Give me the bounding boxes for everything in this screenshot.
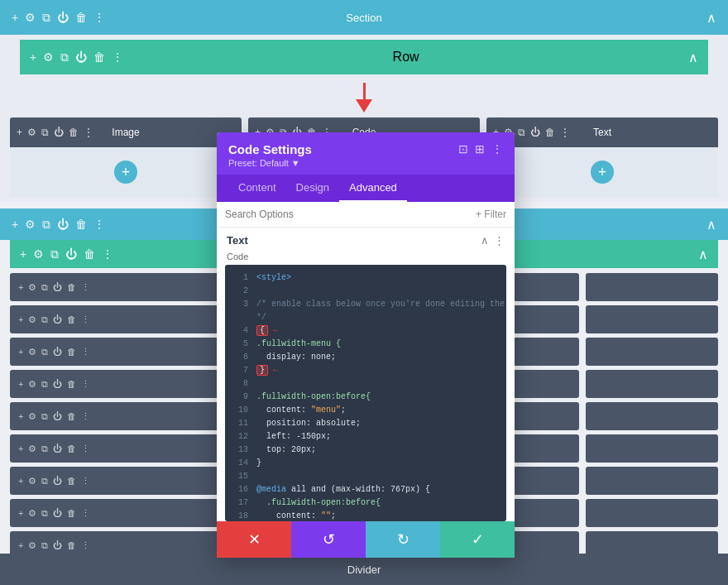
row-dots-icon[interactable]: ⋮	[112, 50, 123, 64]
stub-4	[586, 370, 718, 398]
lr-power-icon[interactable]: ⏻	[65, 247, 77, 261]
filter-button[interactable]: + Filter	[476, 209, 506, 220]
text-dots-icon[interactable]: ⋮	[560, 127, 570, 138]
lr-trash-icon[interactable]: 🗑	[84, 247, 95, 261]
row-trash-icon[interactable]: 🗑	[93, 50, 105, 64]
ls-dots-icon[interactable]: ⋮	[93, 218, 105, 231]
lr-gear-icon[interactable]: ⚙	[33, 247, 44, 261]
image-col-title: Image	[112, 127, 139, 138]
modal-section-icons: ∧ ⋮	[481, 234, 505, 247]
undo-button[interactable]: ↺	[291, 521, 366, 558]
text-copy-icon[interactable]: ⧉	[518, 127, 525, 138]
code-line-8: 8	[225, 377, 506, 391]
code-line-7: 7 }←	[225, 364, 506, 377]
img-trash-icon[interactable]: 🗑	[69, 127, 79, 138]
lower-section-collapse-btn[interactable]: ∧	[706, 217, 716, 233]
tab-design[interactable]: Design	[286, 175, 339, 202]
stub-6	[586, 434, 718, 463]
text-power-icon[interactable]: ⏻	[530, 127, 540, 138]
lower-rows-right	[586, 273, 718, 559]
tab-advanced[interactable]: Advanced	[339, 175, 407, 202]
row-plus-icon[interactable]: +	[30, 50, 36, 64]
lower-row-collapse-btn[interactable]: ∧	[698, 247, 708, 262]
arrow-shaft	[363, 83, 366, 99]
row-power-icon[interactable]: ⏻	[75, 50, 87, 64]
code-line-11: 11 position: absolute;	[225, 417, 506, 430]
divider-label: Divider	[347, 563, 381, 576]
image-column-content: +	[10, 147, 242, 197]
code-line-14: 14 }	[225, 457, 506, 470]
ls-trash-icon[interactable]: 🗑	[75, 218, 87, 231]
stub-2	[586, 305, 718, 333]
modal-preset[interactable]: Preset: Default ▼	[228, 158, 312, 168]
img-dots-icon[interactable]: ⋮	[84, 127, 93, 138]
code-editor[interactable]: 1 <style> 2 3 /* enable class below once…	[225, 265, 506, 521]
red-arrow-container	[10, 79, 718, 114]
power-icon[interactable]: ⏻	[57, 11, 69, 24]
row-bar-left-icons: + ⚙ ⧉ ⏻ 🗑 ⋮	[30, 50, 123, 65]
modal-section-header: Text ∧ ⋮	[217, 228, 515, 250]
row-bar: + ⚙ ⧉ ⏻ 🗑 ⋮ Row ∧	[20, 40, 708, 74]
ls-gear-icon[interactable]: ⚙	[25, 218, 36, 231]
plus-icon[interactable]: +	[12, 11, 18, 24]
modal-expand-icon[interactable]: ⊞	[475, 142, 485, 156]
code-line-3: 3 /* enable class below once you're done…	[225, 298, 506, 311]
copy-icon[interactable]: ⧉	[42, 11, 50, 25]
img-plus-icon[interactable]: +	[17, 127, 22, 138]
section-bar-left-icons: + ⚙ ⧉ ⏻ 🗑 ⋮	[12, 11, 105, 25]
row-collapse-btn[interactable]: ∧	[688, 50, 698, 65]
lr-dots-icon[interactable]: ⋮	[102, 247, 113, 261]
modal-footer: ✕ ↺ ↻ ✓	[217, 521, 515, 558]
stub-5	[586, 402, 718, 430]
text-trash-icon[interactable]: 🗑	[545, 127, 555, 138]
ls-plus-icon[interactable]: +	[12, 218, 18, 231]
row-title: Row	[393, 50, 419, 65]
divider-bar: Divider	[0, 554, 728, 585]
stub-8	[586, 499, 718, 527]
stub-1	[586, 273, 718, 301]
cancel-button[interactable]: ✕	[217, 521, 291, 558]
dots-icon[interactable]: ⋮	[93, 11, 105, 24]
code-line-16: 16 @media all and (max-width: 767px) {	[225, 483, 506, 496]
section-collapse-icon[interactable]: ∧	[481, 234, 489, 247]
section-title: Section	[346, 12, 381, 24]
text-col-title: Text	[593, 127, 611, 138]
search-input[interactable]	[225, 209, 476, 220]
code-line-10: 10 content: "menu";	[225, 404, 506, 417]
text-column-content: +	[486, 147, 718, 197]
row-copy-icon[interactable]: ⧉	[60, 50, 69, 65]
row-gear-icon[interactable]: ⚙	[43, 50, 54, 64]
save-button[interactable]: ✓	[440, 521, 515, 558]
ls-power-icon[interactable]: ⏻	[57, 218, 69, 231]
gear-icon[interactable]: ⚙	[25, 11, 36, 24]
img-gear-icon[interactable]: ⚙	[27, 127, 36, 138]
image-col-icons: + ⚙ ⧉ ⏻ 🗑 ⋮	[17, 127, 93, 138]
code-line-15: 15	[225, 470, 506, 483]
image-column-toolbar: + ⚙ ⧉ ⏻ 🗑 ⋮ Image	[10, 117, 242, 147]
section-collapse-btn[interactable]: ∧	[706, 10, 716, 26]
modal-title: Code Settings	[228, 142, 312, 156]
code-line-6: 6 display: none;	[225, 351, 506, 364]
redo-button[interactable]: ↻	[366, 521, 440, 558]
section-menu-icon[interactable]: ⋮	[494, 234, 505, 247]
code-line-1: 1 <style>	[225, 271, 506, 285]
modal-header: Code Settings Preset: Default ▼ ⊡ ⊞ ⋮	[217, 132, 515, 175]
modal-minimize-icon[interactable]: ⊡	[458, 142, 468, 156]
trash-icon[interactable]: 🗑	[75, 11, 87, 24]
img-power-icon[interactable]: ⏻	[54, 127, 64, 138]
tab-content[interactable]: Content	[228, 175, 286, 202]
text-add-btn[interactable]: +	[591, 161, 614, 184]
lr-copy-icon[interactable]: ⧉	[50, 247, 59, 261]
modal-section-title: Text	[227, 234, 248, 247]
modal-dots-icon[interactable]: ⋮	[491, 142, 503, 156]
text-column: + ⚙ ⧉ ⏻ 🗑 ⋮ Text +	[486, 117, 718, 197]
code-line-5: 5 .fullwidth-menu {	[225, 338, 506, 351]
img-copy-icon[interactable]: ⧉	[41, 127, 49, 138]
arrow-down	[356, 99, 372, 113]
ls-copy-icon[interactable]: ⧉	[42, 218, 50, 232]
code-line-17: 17 .fullwidth-open:before{	[225, 496, 506, 510]
lr-plus-icon[interactable]: +	[20, 247, 26, 261]
lower-section-bar-icons: + ⚙ ⧉ ⏻ 🗑 ⋮	[12, 218, 105, 232]
image-add-btn[interactable]: +	[114, 161, 137, 184]
code-line-13: 13 top: 20px;	[225, 444, 506, 457]
